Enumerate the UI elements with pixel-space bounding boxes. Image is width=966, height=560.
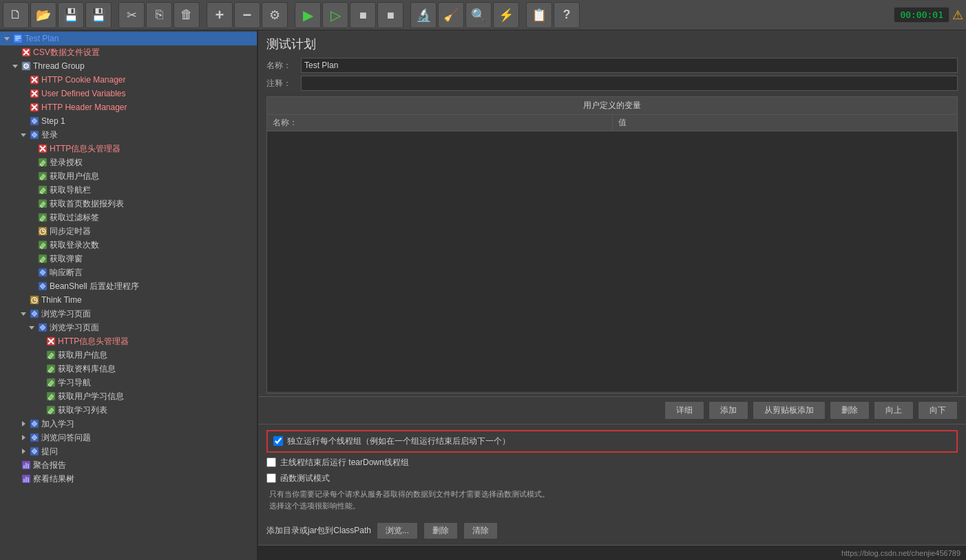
log-button[interactable]: 📋 xyxy=(526,2,552,28)
checkbox2-label[interactable]: 主线程结束后运行 tearDown线程组 xyxy=(280,457,409,469)
tree-item-response-assertion[interactable]: 响应断言 xyxy=(0,266,257,279)
checkbox1-input[interactable] xyxy=(273,436,283,446)
tree-item-test-plan[interactable]: Test Plan xyxy=(0,32,257,45)
tree-toggle-browse-learn-page[interactable] xyxy=(19,310,28,318)
tree-label-get-user-info: 获取用户信息 xyxy=(50,171,99,182)
classpath-clear-button[interactable]: 清除 xyxy=(463,522,498,539)
help-button[interactable]: ? xyxy=(554,2,580,28)
checkbox1-label[interactable]: 独立运行每个线程组（例如在一个组运行结束后启动下一个） xyxy=(287,435,510,447)
delete-button[interactable]: 🗑 xyxy=(174,2,200,28)
tree-item-get-login-count[interactable]: 获取登录次数 xyxy=(0,238,257,252)
tree-toggle-ask[interactable] xyxy=(19,447,28,455)
tree-icon-response-assertion xyxy=(37,267,48,278)
add-var-button[interactable]: 添加 xyxy=(708,401,748,420)
var-table-section: 用户定义的变量 名称： 值 xyxy=(258,96,966,396)
tree-item-login-auth[interactable]: 登录授权 xyxy=(0,155,257,169)
tree-item-http-header-mgr2[interactable]: HTTP信息头管理器 xyxy=(0,334,257,348)
tree-toggle-join-study[interactable] xyxy=(19,420,28,428)
tree-item-browse-question[interactable]: 浏览问答问题 xyxy=(0,431,257,444)
svg-marker-0 xyxy=(4,37,10,41)
name-input[interactable] xyxy=(301,58,958,73)
down-button[interactable]: 向下 xyxy=(918,401,958,420)
tree-item-result-tree[interactable]: 察看结果树 xyxy=(0,472,257,486)
tree-item-think-time[interactable]: Think Time xyxy=(0,293,257,307)
tree-label-get-login-count: 获取登录次数 xyxy=(50,239,99,251)
comment-input[interactable] xyxy=(301,76,958,91)
tree-item-get-user-study[interactable]: 获取用户学习信息 xyxy=(0,389,257,403)
browse-button[interactable]: ⚙ xyxy=(262,2,288,28)
start-button[interactable]: ▶ xyxy=(295,2,321,28)
classpath-delete-button[interactable]: 删除 xyxy=(423,522,458,539)
tree-item-join-study[interactable]: 加入学习 xyxy=(0,417,257,431)
action-bar: 详细 添加 从剪贴板添加 删除 向上 向下 xyxy=(258,396,966,424)
toolbar: 🗋 📂 💾 💾 ✂ ⎘ 🗑 + − ⚙ ▶ ▷ ⏹ ⏹ 🔬 🧹 🔍 ⚡ 📋 ? … xyxy=(0,0,966,30)
tree-icon-get-user-info2 xyxy=(45,349,56,360)
checkbox2-input[interactable] xyxy=(266,457,276,467)
tree-item-browse-learn-page[interactable]: 浏览学习页面 xyxy=(0,307,257,321)
svg-point-11 xyxy=(25,65,27,67)
cut-button[interactable]: ✂ xyxy=(118,2,145,28)
tree-item-ask[interactable]: 提问 xyxy=(0,444,257,458)
tree-item-aggregate-report[interactable]: 聚合报告 xyxy=(0,458,257,472)
shutdown-button[interactable]: ⏹ xyxy=(377,2,403,28)
classpath-browse-button[interactable]: 浏览... xyxy=(377,522,418,539)
checkbox3-label[interactable]: 函数测试模式 xyxy=(280,473,330,484)
tree-item-get-popup[interactable]: 获取弹窗 xyxy=(0,252,257,266)
tree-toggle-sync-timer xyxy=(28,227,36,235)
delete-var-button[interactable]: 删除 xyxy=(830,401,870,420)
tree-label-get-nav: 获取导航栏 xyxy=(50,184,91,196)
tree-item-get-user-info2[interactable]: 获取用户信息 xyxy=(0,348,257,362)
tree-icon-http-header-mgr2 xyxy=(45,336,56,347)
remote-start-button[interactable]: ⚡ xyxy=(493,2,519,28)
tree-item-get-filter-tag[interactable]: 获取过滤标签 xyxy=(0,211,257,224)
tree-label-test-plan: Test Plan xyxy=(25,34,59,43)
tree-icon-get-login-count xyxy=(37,239,48,250)
tree-toggle-browse-learn-page2[interactable] xyxy=(28,323,36,332)
tree-item-sync-timer[interactable]: 同步定时器 xyxy=(0,224,257,238)
tree-toggle-response-assertion xyxy=(28,268,36,277)
open-button[interactable]: 📂 xyxy=(30,2,56,28)
new-file-button[interactable]: 🗋 xyxy=(3,2,29,28)
bottom-bar: https://blog.csdn.net/chenjie456789 xyxy=(258,545,966,560)
tree-item-csv[interactable]: CSV数据文件设置 xyxy=(0,45,257,59)
stop-button[interactable]: ⏹ xyxy=(350,2,376,28)
tree-item-cookie-manager[interactable]: HTTP Cookie Manager xyxy=(0,73,257,87)
tree-toggle-test-plan[interactable] xyxy=(3,34,11,43)
tree-item-http-header-mgr[interactable]: HTTP信息头管理器 xyxy=(0,142,257,155)
tree-item-beanshell-post[interactable]: BeanShell 后置处理程序 xyxy=(0,279,257,293)
detail-button[interactable]: 详细 xyxy=(664,401,704,420)
tree-toggle-browse-question[interactable] xyxy=(19,433,28,442)
copy-button[interactable]: ⎘ xyxy=(146,2,172,28)
tree-item-step1[interactable]: Step 1 xyxy=(0,114,257,128)
tree-toggle-header-manager xyxy=(19,103,28,111)
tree-toggle-thread-group[interactable] xyxy=(11,62,19,70)
clear-button[interactable]: 🔬 xyxy=(410,2,437,28)
tree-item-browse-learn-page2[interactable]: 浏览学习页面 xyxy=(0,321,257,334)
tree-item-get-user-info[interactable]: 获取用户信息 xyxy=(0,169,257,183)
checkbox3-input[interactable] xyxy=(266,473,276,483)
tree-toggle-get-filter-tag xyxy=(28,213,36,222)
tree-item-get-home-table[interactable]: 获取首页数据报列表 xyxy=(0,197,257,211)
up-button[interactable]: 向上 xyxy=(874,401,914,420)
paste-add-button[interactable]: 从剪贴板添加 xyxy=(753,401,826,420)
tree-item-get-nav[interactable]: 获取导航栏 xyxy=(0,183,257,197)
tree-label-response-assertion: 响应断言 xyxy=(50,267,83,279)
remove-button[interactable]: − xyxy=(234,2,260,28)
tree-label-header-manager: HTTP Header Manager xyxy=(41,103,127,112)
tree-item-get-data-lib[interactable]: 获取资料库信息 xyxy=(0,362,257,376)
tree-item-user-defined-vars[interactable]: User Defined Variables xyxy=(0,87,257,100)
add-button[interactable]: + xyxy=(207,2,233,28)
tree-item-login-group[interactable]: 登录 xyxy=(0,128,257,142)
tree-item-get-study-list[interactable]: 获取学习列表 xyxy=(0,403,257,417)
tree-icon-header-manager xyxy=(29,102,40,113)
tree-item-study-nav[interactable]: 学习导航 xyxy=(0,376,257,389)
tree-toggle-login-group[interactable] xyxy=(19,131,28,139)
save-button[interactable]: 💾 xyxy=(58,2,84,28)
tree-item-thread-group[interactable]: Thread Group xyxy=(0,59,257,73)
search-button[interactable]: 🔍 xyxy=(465,2,492,28)
save-as-button[interactable]: 💾 xyxy=(85,2,112,28)
start-no-pause-button[interactable]: ▷ xyxy=(322,2,348,28)
clear-all-button[interactable]: 🧹 xyxy=(438,2,464,28)
tree-item-header-manager[interactable]: HTTP Header Manager xyxy=(0,100,257,114)
tree-icon-get-user-info xyxy=(37,171,48,182)
